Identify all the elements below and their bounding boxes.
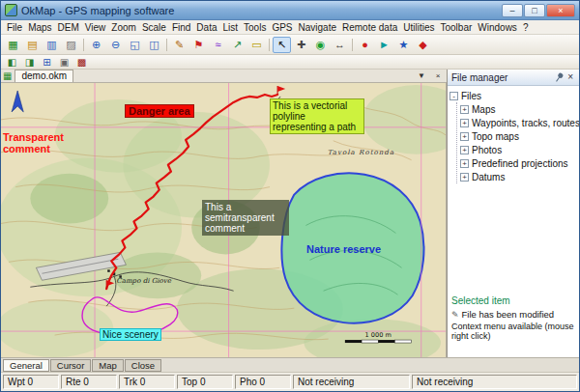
collapse-box-icon[interactable]: - — [450, 92, 458, 100]
expand-box-icon[interactable]: + — [460, 105, 469, 114]
tree-item-files[interactable]: - Files — [450, 89, 577, 102]
expand-box-icon[interactable]: + — [460, 173, 469, 182]
app-icon — [5, 4, 17, 16]
document-area: ▦ demo.okm ▼ × — [1, 70, 447, 357]
map-annotation-nice-scenery[interactable]: Nice scenery — [100, 328, 161, 341]
maximize-button[interactable]: □ — [524, 4, 545, 17]
menu-utilities[interactable]: Utilities — [400, 22, 437, 33]
panel-close-icon[interactable]: × — [566, 72, 575, 82]
save-map-icon[interactable]: ▥ — [43, 37, 61, 53]
tab-cursor[interactable]: Cursor — [50, 359, 92, 372]
statusbar: Wpt 0 Rte 0 Trk 0 Top 0 Pho 0 Not receiv… — [1, 372, 579, 391]
map-calibrate-icon[interactable]: ◧ — [4, 56, 20, 69]
minimize-button[interactable]: – — [502, 4, 523, 17]
waypoint-icon[interactable]: ⚑ — [189, 37, 208, 53]
status-gps-receiving: Not receiving — [293, 375, 410, 389]
measure-icon[interactable]: ↔ — [331, 37, 349, 53]
zoom-out-icon[interactable]: ⊖ — [106, 37, 125, 53]
tree-item-topo-maps[interactable]: + Topo maps — [460, 129, 577, 143]
pencil-icon: ✎ — [451, 310, 459, 320]
tree-children: + Maps + Waypoints, tracks, routes + Top… — [456, 102, 577, 183]
print-icon[interactable]: ▨ — [62, 37, 80, 53]
menu-toolbar[interactable]: Toolbar — [437, 22, 475, 33]
caption-buttons: – □ × — [502, 4, 575, 17]
status-remote-receiving: Not receiving — [412, 375, 577, 389]
tab-close-icon[interactable]: × — [431, 70, 445, 82]
status-waypoints: Wpt 0 — [3, 375, 59, 389]
expand-box-icon[interactable]: + — [460, 146, 469, 154]
selected-item-header: Selected item — [451, 295, 575, 306]
tab-general[interactable]: General — [3, 359, 49, 372]
window-title: OkMap - GPS mapping software — [21, 5, 174, 16]
menu-zoom[interactable]: Zoom — [108, 22, 139, 33]
expand-box-icon[interactable]: + — [460, 119, 469, 127]
expand-box-icon[interactable]: + — [460, 159, 469, 168]
open-map-icon[interactable]: ▤ — [23, 37, 42, 53]
map-annotation-transparent[interactable]: Transparent comment — [3, 131, 80, 154]
comment-icon[interactable]: ▭ — [247, 37, 266, 53]
navigate-icon[interactable]: ► — [375, 37, 393, 53]
utilities-icon[interactable]: ◆ — [414, 37, 432, 53]
menu-remote-data[interactable]: Remote data — [339, 22, 400, 33]
track-icon[interactable]: ≈ — [209, 37, 227, 53]
menu-file[interactable]: File — [4, 22, 25, 33]
bottom-tab-strip: General Cursor Map Close — [1, 357, 579, 372]
document-tabbar: ▦ demo.okm ▼ × — [1, 70, 447, 83]
route-icon[interactable]: ↗ — [228, 37, 246, 53]
map-annotation-danger[interactable]: Danger area — [125, 104, 194, 118]
tab-close[interactable]: Close — [125, 359, 161, 372]
file-modified-note: ✎ File has been modified — [451, 309, 575, 320]
map-link-icon[interactable]: ◨ — [21, 56, 38, 69]
map-info-icon[interactable]: ▣ — [56, 56, 72, 69]
pin-icon[interactable] — [553, 71, 565, 84]
zoom-in-icon[interactable]: ⊕ — [87, 37, 105, 53]
map-grid-icon[interactable]: ▩ — [73, 56, 90, 69]
center-icon[interactable]: ◉ — [311, 37, 330, 53]
status-tracks: Trk 0 — [119, 375, 175, 389]
close-button[interactable]: × — [546, 4, 575, 17]
menu-gps[interactable]: GPS — [269, 22, 295, 33]
map-add-icon[interactable]: ⊞ — [39, 56, 55, 69]
map-annotation-semitransparent[interactable]: This a semitransparent comment — [202, 200, 289, 236]
expand-box-icon[interactable]: + — [460, 132, 469, 141]
menu-view[interactable]: View — [82, 22, 109, 33]
tab-map[interactable]: Map — [92, 359, 123, 372]
tree-item-datums[interactable]: + Datums — [460, 170, 577, 183]
menu-data[interactable]: Data — [193, 22, 219, 33]
menu-help[interactable]: ? — [520, 22, 532, 33]
menu-maps[interactable]: Maps — [25, 22, 54, 33]
tree-item-photos[interactable]: + Photos — [460, 143, 577, 156]
gps-icon[interactable]: ● — [356, 37, 374, 53]
tree-item-predefined-projections[interactable]: + Predefined projections — [460, 156, 577, 170]
document-tab-demo[interactable]: demo.okm — [14, 70, 73, 82]
map-annotation-path-note[interactable]: This is a vectorial polyline representin… — [270, 98, 364, 134]
toolbar-separator — [166, 39, 167, 51]
menu-scale[interactable]: Scale — [139, 22, 169, 33]
draw-icon[interactable]: ✎ — [170, 37, 188, 53]
menu-navigate[interactable]: Navigate — [296, 22, 339, 33]
tree-item-maps[interactable]: + Maps — [460, 102, 577, 116]
select-arrow-icon[interactable]: ↖ — [273, 37, 291, 53]
new-map-icon[interactable]: ▦ — [4, 37, 22, 53]
tree-item-waypoints-tracks-routes[interactable]: + Waypoints, tracks, routes — [460, 116, 577, 129]
file-manager-title: File manager — [451, 72, 552, 83]
scale-label: 1 000 m — [365, 331, 392, 339]
menu-dem[interactable]: DEM — [55, 22, 82, 33]
remote-data-icon[interactable]: ★ — [394, 37, 413, 53]
map-canvas[interactable]: 1 000 m Campo di Giove Tavola Rotonda Da… — [1, 83, 447, 357]
map-annotation-nature-reserve[interactable]: Nature reserve — [306, 243, 381, 255]
menu-tools[interactable]: Tools — [241, 22, 269, 33]
main-area: ▦ demo.okm ▼ × — [1, 70, 579, 357]
zoom-window-icon[interactable]: ◱ — [126, 37, 144, 53]
menu-windows[interactable]: Windows — [475, 22, 520, 33]
titlebar: OkMap - GPS mapping software – □ × — [1, 1, 579, 20]
menu-find[interactable]: Find — [169, 22, 193, 33]
status-routes: Rte 0 — [61, 375, 117, 389]
pan-icon[interactable]: ✚ — [292, 37, 310, 53]
file-manager-panel: File manager × - Files + Maps + Waypoint… — [447, 70, 579, 357]
menu-list[interactable]: List — [219, 22, 241, 33]
zoom-full-icon[interactable]: ◫ — [145, 37, 163, 53]
file-manager-tree: - Files + Maps + Waypoints, tracks, rout… — [448, 86, 579, 357]
map-file-icon: ▦ — [3, 70, 12, 82]
tab-list-dropdown-icon[interactable]: ▼ — [415, 70, 428, 82]
